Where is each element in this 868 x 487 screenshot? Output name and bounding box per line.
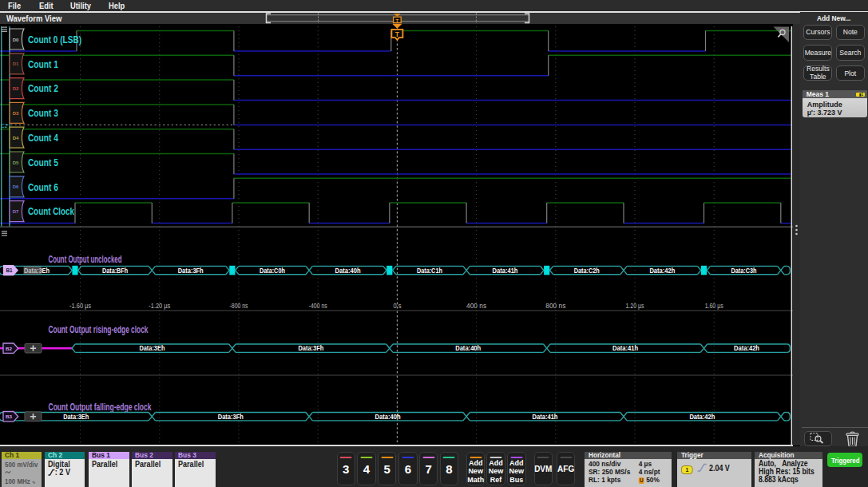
svg-text:D7: D7: [13, 209, 19, 214]
svg-text:Data:41h: Data:41h: [533, 413, 558, 421]
svg-text:D1: D1: [13, 61, 19, 66]
svg-text:Data:42h: Data:42h: [649, 267, 675, 275]
svg-text:Data:41h: Data:41h: [493, 267, 518, 275]
svg-text:-400 ns: -400 ns: [309, 302, 327, 310]
svg-text:D5: D5: [13, 160, 19, 165]
svg-text:Count 2: Count 2: [28, 83, 58, 94]
svg-text:Count Output falling-edge cloc: Count Output falling-edge clock: [49, 402, 152, 413]
svg-text:T: T: [396, 18, 399, 23]
svg-text:Data:C2h: Data:C2h: [574, 267, 600, 275]
svg-text:T: T: [395, 30, 400, 38]
svg-text:1.20 µs: 1.20 µs: [626, 302, 644, 310]
svg-text:Data:3Eh: Data:3Eh: [63, 413, 89, 421]
svg-text:Data:C3h: Data:C3h: [731, 267, 757, 275]
svg-text:B2: B2: [6, 346, 12, 351]
svg-text:Count 1: Count 1: [28, 59, 58, 70]
svg-text:Data:3Fh: Data:3Fh: [178, 267, 204, 275]
svg-text:Data:C1h: Data:C1h: [417, 267, 442, 275]
svg-text:Data:40h: Data:40h: [375, 413, 401, 421]
svg-text:Data:41h: Data:41h: [612, 344, 638, 352]
svg-text:Data:3Fh: Data:3Fh: [218, 413, 244, 421]
svg-text:Count Clock: Count Clock: [28, 206, 74, 217]
svg-text:800 ns: 800 ns: [545, 302, 566, 310]
svg-text:Count 3: Count 3: [28, 108, 58, 119]
svg-text:0 s: 0 s: [393, 302, 401, 310]
svg-text:D6: D6: [13, 184, 19, 189]
svg-text:Data:3Eh: Data:3Eh: [139, 344, 164, 352]
svg-text:Data:3Fh: Data:3Fh: [298, 344, 323, 352]
svg-text:Data:40h: Data:40h: [455, 344, 481, 352]
svg-text:Data:40h: Data:40h: [335, 267, 361, 275]
svg-text:-800 ns: -800 ns: [230, 302, 248, 310]
svg-text:Data:BFh: Data:BFh: [102, 267, 128, 275]
svg-text:-1.60 µs: -1.60 µs: [69, 302, 92, 310]
svg-text:Data:42h: Data:42h: [734, 344, 759, 352]
svg-text:Count 4: Count 4: [28, 133, 58, 144]
svg-text:B1: B1: [6, 267, 13, 273]
svg-text:Data:C0h: Data:C0h: [260, 267, 285, 275]
svg-text:1.60 µs: 1.60 µs: [705, 302, 723, 310]
svg-text:D2: D2: [13, 86, 19, 91]
svg-text:400 ns: 400 ns: [466, 302, 487, 310]
svg-text:Count 5: Count 5: [28, 157, 58, 168]
svg-text:Count 6: Count 6: [28, 182, 58, 193]
svg-text:Count 0 (LSB): Count 0 (LSB): [28, 34, 81, 46]
svg-text:D4: D4: [13, 136, 19, 141]
svg-text:B3: B3: [6, 414, 12, 419]
svg-text:Data:42h: Data:42h: [689, 413, 715, 421]
svg-text:-1.20 µs: -1.20 µs: [149, 302, 171, 310]
svg-text:Count Output rising-edge clock: Count Output rising-edge clock: [49, 324, 149, 335]
svg-text:D3: D3: [13, 111, 19, 116]
svg-text:D0: D0: [13, 38, 19, 42]
svg-text:Count Output unclocked: Count Output unclocked: [49, 254, 122, 265]
